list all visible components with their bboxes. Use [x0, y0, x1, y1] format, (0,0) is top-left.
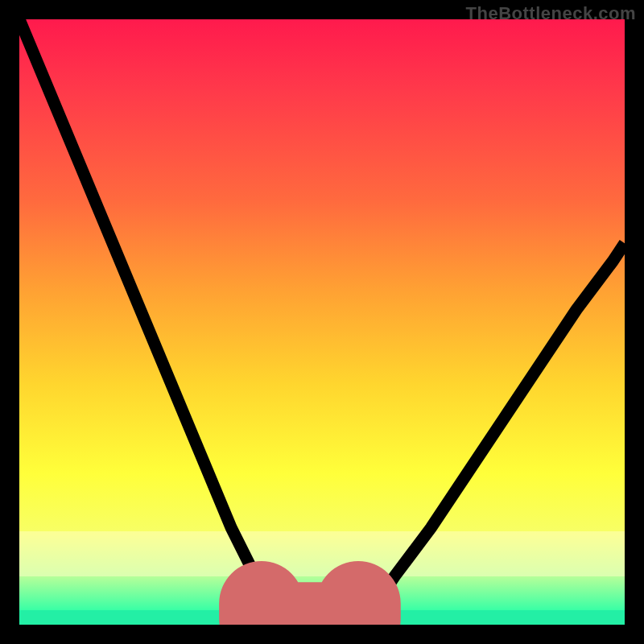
- optimal-bracket: [262, 604, 358, 625]
- watermark-text: TheBottleneck.com: [466, 3, 636, 24]
- plot-area: [19, 19, 625, 625]
- curve-left: [19, 19, 286, 625]
- curve-layer: [19, 19, 625, 625]
- curve-right: [358, 243, 625, 625]
- chart-frame: TheBottleneck.com: [0, 0, 644, 644]
